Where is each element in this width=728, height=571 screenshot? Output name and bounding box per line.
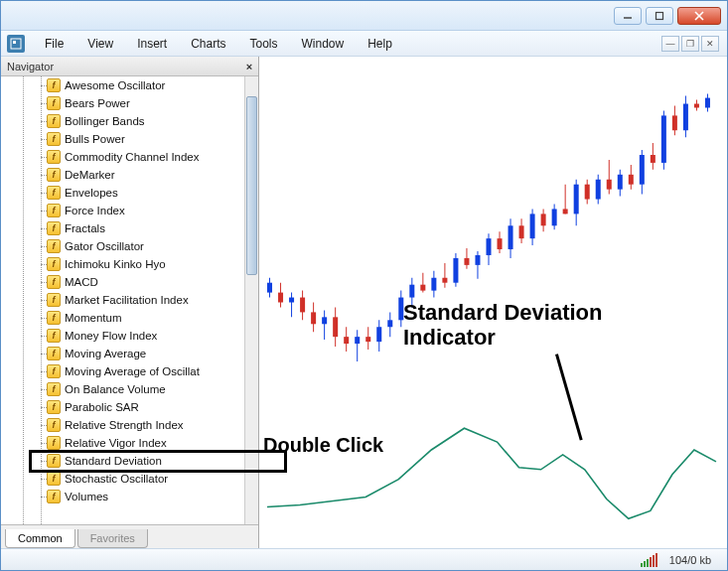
window-minimize-button[interactable] (614, 7, 642, 25)
navigator-item-label: Volumes (65, 491, 108, 502)
navigator-item[interactable]: fStandard Deviation (1, 452, 244, 470)
window-maximize-button[interactable] (646, 7, 673, 25)
menu-window[interactable]: Window (290, 34, 357, 54)
navigator-item-label: Relative Vigor Index (65, 437, 167, 449)
indicator-icon: f (47, 347, 61, 360)
indicator-icon: f (47, 257, 61, 271)
annotation-doubleclick: Double Click (263, 434, 383, 457)
navigator-item[interactable]: fStochastic Oscillator (1, 470, 244, 488)
connection-bars-icon (641, 553, 657, 567)
mdi-controls: — ❐ ✕ (661, 36, 723, 52)
indicator-icon: f (47, 329, 61, 343)
indicator-icon: f (47, 132, 61, 146)
navigator-item[interactable]: fCommodity Channel Index (1, 148, 244, 166)
navigator-item-label: Relative Strength Index (65, 419, 184, 431)
navigator-item[interactable]: fBulls Power (1, 130, 244, 148)
navigator-item[interactable]: fFractals (1, 219, 244, 237)
navigator-item[interactable]: fDeMarker (1, 166, 244, 184)
navigator-item[interactable]: fMarket Facilitation Index (1, 291, 244, 309)
navigator-item-label: Parabolic SAR (65, 401, 139, 413)
navigator-item-label: Standard Deviation (65, 455, 162, 467)
navigator-item-label: On Balance Volume (65, 383, 166, 395)
menu-charts[interactable]: Charts (179, 34, 237, 54)
indicator-icon: f (47, 204, 61, 217)
indicator-icon: f (47, 221, 61, 235)
navigator-item[interactable]: fMACD (1, 273, 244, 291)
indicator-icon: f (47, 418, 61, 432)
navigator-tab-favorites[interactable]: Favorites (77, 529, 148, 548)
navigator-tree[interactable]: fAwesome OscillatorfBears PowerfBollinge… (1, 76, 258, 524)
indicator-icon: f (47, 436, 61, 450)
annotation-main: Standard DeviationIndicator (403, 300, 602, 351)
indicator-icon: f (47, 275, 61, 289)
navigator-tab-common[interactable]: Common (5, 529, 75, 548)
menu-tools[interactable]: Tools (238, 34, 290, 54)
titlebar (1, 1, 727, 31)
indicator-icon: f (47, 168, 61, 182)
mdi-close-button[interactable]: ✕ (701, 36, 719, 52)
navigator-item-label: Stochastic Oscillator (65, 473, 168, 485)
navigator-item-label: MACD (65, 276, 98, 288)
svg-rect-5 (13, 41, 16, 44)
indicator-icon: f (47, 454, 61, 468)
navigator-scrollbar[interactable] (244, 76, 258, 524)
status-traffic: 104/0 kb (669, 554, 711, 566)
menubar: File View Insert Charts Tools Window Hel… (1, 31, 727, 57)
navigator-item-label: Awesome Oscillator (65, 79, 165, 91)
chart-area[interactable]: Standard DeviationIndicator Double Click (259, 57, 727, 548)
navigator-item-label: Bears Power (65, 97, 130, 109)
navigator-item[interactable]: fAwesome Oscillator (1, 76, 244, 94)
mdi-restore-button[interactable]: ❐ (681, 36, 699, 52)
navigator-item[interactable]: fRelative Vigor Index (1, 434, 244, 452)
navigator-item[interactable]: fRelative Strength Index (1, 416, 244, 434)
navigator-item[interactable]: fOn Balance Volume (1, 380, 244, 398)
indicator-icon: f (47, 400, 61, 414)
navigator-item[interactable]: fForce Index (1, 202, 244, 219)
navigator-close-button[interactable]: × (242, 60, 256, 73)
navigator-scroll-thumb[interactable] (246, 96, 257, 275)
indicator-icon: f (47, 150, 61, 164)
indicator-icon: f (47, 114, 61, 128)
window-close-button[interactable] (677, 7, 721, 25)
navigator-item[interactable]: fGator Oscillator (1, 237, 244, 255)
navigator-item-label: Gator Oscillator (65, 240, 144, 252)
indicator-icon: f (47, 96, 61, 110)
app-window: File View Insert Charts Tools Window Hel… (0, 0, 728, 571)
app-icon (7, 35, 25, 53)
navigator-item-label: Moving Average (65, 348, 146, 359)
statusbar: 104/0 kb (1, 548, 727, 570)
navigator-tabs: Common Favorites (1, 524, 258, 548)
navigator-item-label: Bollinger Bands (65, 115, 145, 127)
navigator-item[interactable]: fMoney Flow Index (1, 327, 244, 345)
menu-help[interactable]: Help (356, 34, 404, 54)
navigator-item-label: Force Index (65, 205, 125, 216)
navigator-item-label: Commodity Channel Index (65, 151, 200, 163)
indicator-icon: f (47, 490, 61, 503)
navigator-item[interactable]: fVolumes (1, 488, 244, 505)
svg-rect-1 (656, 12, 663, 19)
navigator-item[interactable]: fBollinger Bands (1, 112, 244, 130)
navigator-item[interactable]: fParabolic SAR (1, 398, 244, 416)
navigator-item[interactable]: fMoving Average (1, 345, 244, 362)
navigator-title: Navigator (7, 61, 54, 72)
indicator-icon: f (47, 364, 61, 378)
indicator-icon: f (47, 78, 61, 92)
navigator-item[interactable]: fMoving Average of Oscillat (1, 362, 244, 380)
mdi-minimize-button[interactable]: — (661, 36, 679, 52)
menu-view[interactable]: View (75, 34, 125, 54)
navigator-item[interactable]: fBears Power (1, 94, 244, 112)
navigator-item-label: Fractals (65, 222, 105, 234)
navigator-item-label: Bulls Power (65, 133, 125, 145)
navigator-item[interactable]: fMomentum (1, 309, 244, 327)
menu-insert[interactable]: Insert (125, 34, 179, 54)
navigator-item[interactable]: fEnvelopes (1, 184, 244, 202)
indicator-icon: f (47, 293, 61, 307)
navigator-item-label: Money Flow Index (65, 330, 157, 342)
menu-file[interactable]: File (33, 34, 75, 54)
navigator-item-label: Momentum (65, 312, 122, 324)
navigator-item[interactable]: fIchimoku Kinko Hyo (1, 255, 244, 273)
navigator-item-label: Envelopes (65, 187, 118, 199)
navigator-header: Navigator × (1, 57, 258, 76)
indicator-icon: f (47, 186, 61, 200)
navigator-item-label: Ichimoku Kinko Hyo (65, 258, 166, 270)
